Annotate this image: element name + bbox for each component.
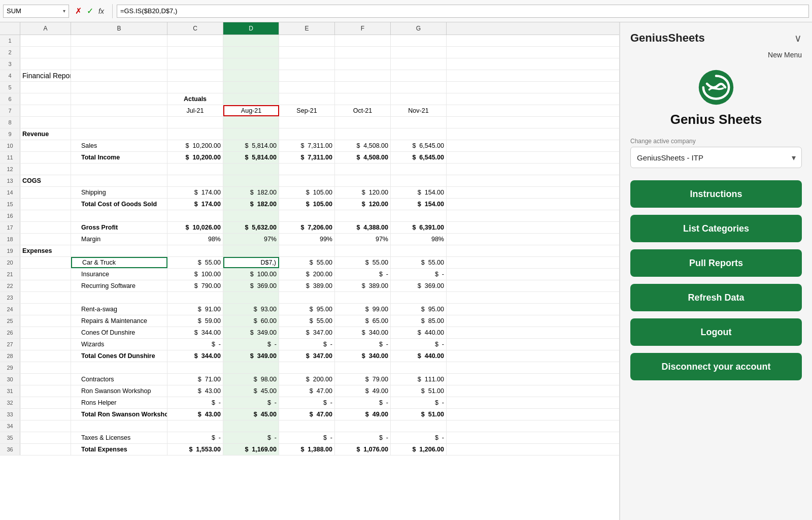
table-row: 20 Car & Truck $ 55.00 D$7,) $ 55.00 $ 5… [0,257,619,269]
table-row: 6 Actuals [0,93,619,105]
name-box-value: SUM [7,7,63,15]
table-row: 3 [0,58,619,70]
col-header-g[interactable]: G [391,22,447,35]
name-box-dropdown-icon[interactable]: ▾ [63,8,65,14]
table-row: 10 Sales $ 10,200.00 $ 5,814.00 $ 7,311.… [0,140,619,152]
table-row: 25 Repairs & Maintenance $ 59.00 $ 60.00… [0,315,619,327]
instructions-button[interactable]: Instructions [630,180,802,208]
company-label: Change active company [630,138,802,145]
table-row: 16 [0,210,619,222]
grid: 1 2 [0,35,619,456]
pull-reports-button[interactable]: Pull Reports [630,249,802,277]
grid-scroll[interactable]: 1 2 [0,35,619,520]
table-row: 13 COGS [0,175,619,187]
refresh-data-button[interactable]: Refresh Data [630,284,802,311]
list-categories-button[interactable]: List Categories [630,215,802,242]
buttons-section: Instructions List Categories Pull Report… [620,176,812,391]
table-row: 29 [0,362,619,374]
confirm-icon[interactable]: ✓ [85,5,95,17]
company-section: Change active company GeniusSheets - ITP… [620,138,812,176]
table-row: 2 [0,47,619,58]
table-row: 4 Financial Reporting Model [0,70,619,82]
main-area: A B C D E F G 1 [0,22,812,520]
sidebar-title: GeniusSheets [630,31,705,45]
cell-g7: Nov-21 [408,107,428,114]
cell-e7: Sep-21 [296,107,317,114]
logout-button[interactable]: Logout [630,318,802,346]
table-row: 22 Recurring Software $ 790.00 $ 369.00 … [0,280,619,292]
table-row: 26 Cones Of Dunshire $ 344.00 $ 349.00 $… [0,327,619,339]
table-row: 15 Total Cost of Goods Sold $ 174.00 $ 1… [0,199,619,210]
cell-c7: Jul-21 [186,107,204,114]
table-row: 17 Gross Profit $ 10,026.00 $ 5,632.00 $… [0,222,619,234]
genius-sheets-logo [698,69,734,106]
column-headers: A B C D E F G [0,22,619,35]
table-row: 34 [0,420,619,432]
company-select[interactable]: GeniusSheets - ITP [630,147,802,168]
cancel-icon[interactable]: ✗ [73,5,84,17]
spreadsheet: A B C D E F G 1 [0,22,619,520]
formula-icons: ✗ ✓ fx [71,5,108,17]
table-row: 8 [0,117,619,128]
table-row: 24 Rent-a-swag $ 91.00 $ 93.00 $ 95.00 $… [0,304,619,315]
sidebar-header: GeniusSheets ∨ [620,22,812,51]
cell-c6: Actuals [184,95,207,103]
cell-f7: Oct-21 [353,107,373,114]
table-row: 33 Total Ron Swanson Workshop $ 43.00 $ … [0,409,619,420]
col-header-f[interactable]: F [335,22,391,35]
name-box[interactable]: SUM ▾ [3,5,69,18]
row-num-header [0,22,20,35]
table-row: 30 Contractors $ 71.00 $ 98.00 $ 200.00 … [0,374,619,385]
table-row: 21 Insurance $ 100.00 $ 100.00 $ 200.00 … [0,269,619,280]
cell-a4: Financial Reporting Model [22,72,71,80]
app-name: Genius Sheets [670,112,762,127]
col-header-d[interactable]: D [223,22,279,35]
table-row: 18 Margin 98% 97% 99% 97% 98% [0,234,619,245]
new-menu-row: New Menu [620,51,812,64]
cell-a13: COGS [22,177,41,184]
sidebar: GeniusSheets ∨ New Menu Genius Sheets Ch… [619,22,812,520]
formula-bar: SUM ▾ ✗ ✓ fx [0,0,812,22]
table-row: 19 Expenses [0,245,619,257]
col-header-a[interactable]: A [20,22,71,35]
cell-b10: Sales [81,142,97,149]
table-row: 23 [0,292,619,304]
table-row: 7 Jul-21 Aug-21 Sep-21 Oct-21 Nov-21 [0,105,619,117]
sidebar-collapse-icon[interactable]: ∨ [794,32,802,44]
formula-input[interactable] [117,5,809,18]
table-row: 14 Shipping $ 174.00 $ 182.00 $ 105.00 $… [0,187,619,199]
table-row: 35 Taxes & Licenses $ - $ - $ - $ - $ - [0,432,619,444]
cell-a9: Revenue [22,131,49,138]
logo-area: Genius Sheets [620,64,812,138]
table-row: 12 [0,164,619,175]
table-row: 28 Total Cones Of Dunshire $ 344.00 $ 34… [0,350,619,362]
table-row: 5 [0,82,619,93]
col-header-c[interactable]: C [167,22,223,35]
table-row: 32 Rons Helper $ - $ - $ - $ - $ - [0,397,619,409]
table-row: 9 Revenue [0,128,619,140]
cell-d7: Aug-21 [241,107,261,114]
table-row: 11 Total Income $ 10,200.00 $ 5,814.00 $… [0,152,619,164]
company-select-wrapper[interactable]: GeniusSheets - ITP ▾ [630,147,802,168]
table-row: 31 Ron Swanson Workshop $ 43.00 $ 45.00 … [0,385,619,397]
col-header-e[interactable]: E [279,22,335,35]
disconnect-account-button[interactable]: Disconnect your account [630,353,802,380]
cell-b11: Total Income [81,154,120,161]
table-row: 1 [0,35,619,47]
table-row: 36 Total Expenses $ 1,553.00 $ 1,169.00 … [0,444,619,456]
col-header-b[interactable]: B [71,22,167,35]
table-row: 27 Wizards $ - $ - $ - $ - $ - [0,339,619,350]
formula-divider [112,4,113,18]
new-menu-button[interactable]: New Menu [768,51,802,59]
fx-icon[interactable]: fx [96,6,106,16]
